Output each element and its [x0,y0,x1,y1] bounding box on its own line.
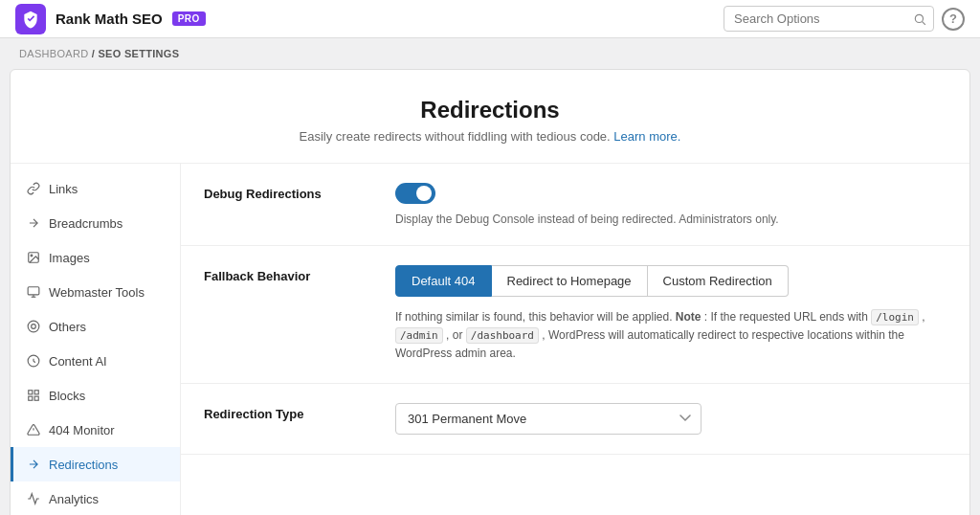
sidebar-item-links[interactable]: Links [11,171,180,206]
analytics-icon [26,491,41,506]
sidebar-item-images[interactable]: Images [11,240,180,275]
fallback-desc-intro: If nothing similar is found, this behavi… [395,310,676,324]
svg-rect-5 [28,287,39,295]
pro-badge: PRO [172,11,206,26]
content-ai-icon [26,353,41,369]
redirection-type-row: Redirection Type 301 Permanent Move 302 … [181,384,969,455]
svg-point-4 [31,255,33,257]
fallback-comma1: , [922,310,924,324]
logo-svg [21,10,40,29]
sidebar-item-404-monitor[interactable]: 404 Monitor [11,413,180,447]
fallback-behavior-row: Fallback Behavior Default 404 Redirect t… [181,246,969,384]
sidebar-label-blocks: Blocks [49,389,85,403]
debug-redirections-row: Debug Redirections Display the Debug Con… [181,164,969,246]
sidebar-label-analytics: Analytics [49,492,99,506]
search-options-input[interactable] [724,6,934,32]
sidebar-item-blocks[interactable]: Blocks [11,378,180,413]
main-container: Redirections Easily create redirects wit… [0,69,980,515]
fallback-or: , or [446,328,466,342]
header-left: Rank Math SEO PRO [15,4,206,34]
redirection-type-select[interactable]: 301 Permanent Move 302 Temporary Move 30… [395,403,702,435]
logo-icon [15,4,46,34]
code-login: /login [871,309,919,325]
svg-point-9 [32,325,36,329]
subtitle-text: Easily create redirects without fiddling… [300,129,611,144]
link-icon [26,181,41,196]
help-button[interactable]: ? [942,8,965,31]
sidebar-label-redirections: Redirections [49,458,118,472]
breadcrumb-current: SEO SETTINGS [98,48,179,59]
debug-redirections-control: Display the Debug Console instead of bei… [395,183,947,226]
redirection-type-label: Redirection Type [204,403,376,421]
svg-rect-11 [34,391,38,394]
sidebar-item-webmaster-tools[interactable]: Webmaster Tools [11,275,180,309]
webmaster-icon [26,284,41,300]
fallback-behavior-control: Default 404 Redirect to Homepage Custom … [395,265,947,364]
settings-sidebar: Links Breadcrumbs Images [11,164,181,515]
fallback-redirect-homepage[interactable]: Redirect to Homepage [492,265,648,297]
fallback-description: If nothing similar is found, this behavi… [395,308,947,364]
sidebar-label-webmaster: Webmaster Tools [49,285,145,300]
svg-point-0 [915,14,923,22]
svg-line-1 [923,21,925,24]
svg-rect-10 [29,391,33,394]
fallback-default-404[interactable]: Default 404 [395,265,492,297]
breadcrumb-dashboard[interactable]: DASHBOARD [19,48,88,59]
sidebar-label-links: Links [49,182,78,196]
content-card: Redirections Easily create redirects wit… [10,69,970,515]
brand-name: Rank Math SEO [56,11,163,27]
top-header: Rank Math SEO PRO ? [0,0,980,38]
learn-more-link[interactable]: Learn more. [613,129,680,144]
debug-redirections-label: Debug Redirections [204,183,376,201]
sidebar-item-breadcrumbs[interactable]: Breadcrumbs [11,206,180,240]
code-admin: /admin [395,327,443,344]
code-dashboard: /dashboard [466,327,539,344]
fallback-custom-redirection[interactable]: Custom Redirection [648,265,789,297]
sidebar-label-others: Others [49,320,86,334]
sidebar-label-breadcrumbs: Breadcrumbs [49,216,122,231]
monitor-icon [26,422,41,437]
others-icon [26,319,41,334]
sidebar-item-content-ai[interactable]: Content AI [11,344,180,378]
toggle-thumb [416,186,432,201]
redirection-type-control: 301 Permanent Move 302 Temporary Move 30… [395,403,947,435]
sidebar-label-content-ai: Content AI [49,354,107,369]
sidebar-label-404-monitor: 404 Monitor [49,423,115,437]
settings-panel: Debug Redirections Display the Debug Con… [181,164,969,515]
page-subtitle: Easily create redirects without fiddling… [30,129,950,144]
settings-layout: Links Breadcrumbs Images [11,164,969,515]
header-right: ? [724,6,965,32]
fallback-note-label: Note [676,310,702,324]
sidebar-item-others[interactable]: Others [11,309,180,344]
sidebar-item-analytics[interactable]: Analytics [11,481,180,515]
page-title-area: Redirections Easily create redirects wit… [11,70,969,164]
search-wrapper [724,6,934,32]
redirections-icon [26,457,41,472]
svg-point-8 [28,321,39,332]
debug-toggle[interactable] [395,183,435,204]
images-icon [26,250,41,265]
search-icon [913,12,926,26]
debug-description: Display the Debug Console instead of bei… [395,213,947,226]
page-title: Redirections [30,97,950,123]
breadcrumb: DASHBOARD / SEO SETTINGS [0,38,980,69]
fallback-btn-group: Default 404 Redirect to Homepage Custom … [395,265,947,297]
sidebar-label-images: Images [49,251,90,265]
svg-rect-12 [29,396,33,400]
blocks-icon [26,388,41,403]
sidebar-item-redirections[interactable]: Redirections [11,447,180,481]
fallback-behavior-label: Fallback Behavior [204,265,376,283]
svg-rect-13 [34,396,38,400]
fallback-note-text: : If the requested URL ends with [704,310,871,324]
breadcrumbs-icon [26,215,41,231]
